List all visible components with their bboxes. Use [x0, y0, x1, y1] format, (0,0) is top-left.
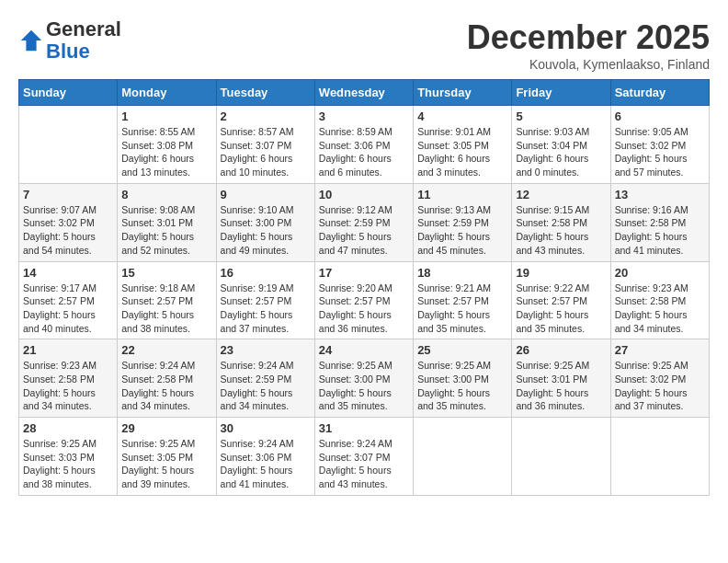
- day-number: 14: [23, 266, 113, 280]
- weekday-header-thursday: Thursday: [414, 80, 512, 106]
- day-info: Sunrise: 9:16 AM Sunset: 2:58 PM Dayligh…: [615, 203, 705, 258]
- day-info: Sunrise: 9:19 AM Sunset: 2:57 PM Dayligh…: [221, 282, 311, 336]
- calendar-week-3: 14Sunrise: 9:17 AM Sunset: 2:57 PM Dayli…: [19, 261, 710, 339]
- calendar-cell: 4Sunrise: 9:01 AM Sunset: 3:05 PM Daylig…: [414, 106, 512, 184]
- page-header: General Blue December 2025 Kouvola, Kyme…: [18, 18, 710, 72]
- day-number: 10: [319, 188, 409, 201]
- day-info: Sunrise: 9:20 AM Sunset: 2:57 PM Dayligh…: [319, 282, 409, 336]
- day-info: Sunrise: 8:59 AM Sunset: 3:06 PM Dayligh…: [319, 125, 409, 179]
- calendar-cell: 15Sunrise: 9:18 AM Sunset: 2:57 PM Dayli…: [118, 261, 216, 339]
- calendar-cell: 18Sunrise: 9:21 AM Sunset: 2:57 PM Dayli…: [414, 261, 512, 339]
- day-number: 9: [221, 188, 311, 201]
- calendar-cell: 28Sunrise: 9:25 AM Sunset: 3:03 PM Dayli…: [19, 418, 118, 496]
- calendar-cell: 29Sunrise: 9:25 AM Sunset: 3:05 PM Dayli…: [118, 418, 216, 496]
- day-number: 24: [319, 343, 409, 357]
- calendar-cell: 7Sunrise: 9:07 AM Sunset: 3:02 PM Daylig…: [19, 183, 118, 261]
- day-number: 7: [23, 188, 113, 201]
- day-info: Sunrise: 9:13 AM Sunset: 2:59 PM Dayligh…: [417, 203, 507, 258]
- calendar-cell: 20Sunrise: 9:23 AM Sunset: 2:58 PM Dayli…: [610, 261, 709, 339]
- day-number: 18: [417, 266, 507, 280]
- calendar-cell: [512, 418, 610, 496]
- day-number: 21: [23, 343, 113, 357]
- day-number: 16: [221, 266, 311, 280]
- calendar-week-4: 21Sunrise: 9:23 AM Sunset: 2:58 PM Dayli…: [19, 339, 710, 418]
- calendar-cell: [414, 418, 512, 496]
- calendar-cell: 31Sunrise: 9:24 AM Sunset: 3:07 PM Dayli…: [314, 418, 413, 496]
- day-info: Sunrise: 9:15 AM Sunset: 2:58 PM Dayligh…: [516, 203, 606, 258]
- day-info: Sunrise: 9:18 AM Sunset: 2:57 PM Dayligh…: [121, 282, 211, 336]
- day-number: 30: [221, 421, 311, 435]
- day-info: Sunrise: 8:55 AM Sunset: 3:08 PM Dayligh…: [121, 125, 211, 179]
- day-number: 3: [319, 109, 409, 123]
- calendar-week-1: 1Sunrise: 8:55 AM Sunset: 3:08 PM Daylig…: [19, 106, 710, 184]
- day-number: 5: [516, 109, 606, 123]
- day-number: 31: [319, 421, 409, 435]
- day-number: 6: [615, 109, 705, 123]
- calendar-cell: 16Sunrise: 9:19 AM Sunset: 2:57 PM Dayli…: [216, 261, 314, 339]
- calendar-cell: 2Sunrise: 8:57 AM Sunset: 3:07 PM Daylig…: [216, 106, 314, 184]
- day-number: 27: [615, 343, 705, 357]
- day-info: Sunrise: 9:21 AM Sunset: 2:57 PM Dayligh…: [417, 282, 507, 336]
- day-info: Sunrise: 9:24 AM Sunset: 3:06 PM Dayligh…: [221, 437, 311, 491]
- day-number: 26: [516, 343, 606, 357]
- calendar-cell: 25Sunrise: 9:25 AM Sunset: 3:00 PM Dayli…: [414, 339, 512, 418]
- day-info: Sunrise: 9:23 AM Sunset: 2:58 PM Dayligh…: [615, 282, 705, 336]
- calendar-cell: 19Sunrise: 9:22 AM Sunset: 2:57 PM Dayli…: [512, 261, 610, 339]
- day-number: 23: [221, 343, 311, 357]
- day-info: Sunrise: 9:03 AM Sunset: 3:04 PM Dayligh…: [516, 125, 606, 179]
- day-info: Sunrise: 9:24 AM Sunset: 2:58 PM Dayligh…: [121, 359, 211, 413]
- day-number: 28: [23, 421, 113, 435]
- calendar-week-5: 28Sunrise: 9:25 AM Sunset: 3:03 PM Dayli…: [19, 418, 710, 496]
- calendar-cell: 30Sunrise: 9:24 AM Sunset: 3:06 PM Dayli…: [216, 418, 314, 496]
- day-number: 8: [121, 188, 211, 201]
- day-info: Sunrise: 9:25 AM Sunset: 3:00 PM Dayligh…: [417, 359, 507, 413]
- day-number: 1: [121, 109, 211, 123]
- calendar-cell: 21Sunrise: 9:23 AM Sunset: 2:58 PM Dayli…: [19, 339, 118, 418]
- month-title: December 2025: [467, 18, 710, 57]
- weekday-header-wednesday: Wednesday: [314, 80, 413, 106]
- calendar-cell: 5Sunrise: 9:03 AM Sunset: 3:04 PM Daylig…: [512, 106, 610, 184]
- day-number: 20: [615, 266, 705, 280]
- day-number: 12: [516, 188, 606, 201]
- calendar-cell: 14Sunrise: 9:17 AM Sunset: 2:57 PM Dayli…: [19, 261, 118, 339]
- day-number: 13: [615, 188, 705, 201]
- day-info: Sunrise: 9:24 AM Sunset: 2:59 PM Dayligh…: [221, 359, 311, 413]
- day-info: Sunrise: 9:10 AM Sunset: 3:00 PM Dayligh…: [221, 203, 311, 258]
- weekday-header-tuesday: Tuesday: [216, 80, 314, 106]
- logo-blue-text: Blue: [46, 40, 121, 63]
- calendar-cell: 17Sunrise: 9:20 AM Sunset: 2:57 PM Dayli…: [314, 261, 413, 339]
- calendar-cell: 8Sunrise: 9:08 AM Sunset: 3:01 PM Daylig…: [118, 183, 216, 261]
- day-info: Sunrise: 9:25 AM Sunset: 3:05 PM Dayligh…: [121, 437, 211, 491]
- day-number: 29: [121, 421, 211, 435]
- day-number: 15: [121, 266, 211, 280]
- weekday-header-friday: Friday: [512, 80, 610, 106]
- day-info: Sunrise: 9:01 AM Sunset: 3:05 PM Dayligh…: [417, 125, 507, 179]
- calendar-body: 1Sunrise: 8:55 AM Sunset: 3:08 PM Daylig…: [19, 106, 710, 496]
- logo: General Blue: [18, 18, 121, 63]
- calendar-cell: [610, 418, 709, 496]
- location-subtitle: Kouvola, Kymenlaakso, Finland: [467, 57, 710, 72]
- calendar-cell: 9Sunrise: 9:10 AM Sunset: 3:00 PM Daylig…: [216, 183, 314, 261]
- calendar-week-2: 7Sunrise: 9:07 AM Sunset: 3:02 PM Daylig…: [19, 183, 710, 261]
- calendar-cell: 13Sunrise: 9:16 AM Sunset: 2:58 PM Dayli…: [610, 183, 709, 261]
- calendar-cell: 24Sunrise: 9:25 AM Sunset: 3:00 PM Dayli…: [314, 339, 413, 418]
- title-block: December 2025 Kouvola, Kymenlaakso, Finl…: [467, 18, 710, 72]
- day-info: Sunrise: 9:17 AM Sunset: 2:57 PM Dayligh…: [23, 282, 113, 336]
- weekday-header-sunday: Sunday: [19, 80, 118, 106]
- calendar-cell: [19, 106, 118, 184]
- day-number: 17: [319, 266, 409, 280]
- day-info: Sunrise: 8:57 AM Sunset: 3:07 PM Dayligh…: [221, 125, 311, 179]
- logo-general: General: [46, 18, 121, 40]
- calendar-cell: 11Sunrise: 9:13 AM Sunset: 2:59 PM Dayli…: [414, 183, 512, 261]
- day-number: 11: [417, 188, 507, 201]
- day-number: 4: [417, 109, 507, 123]
- day-info: Sunrise: 9:25 AM Sunset: 3:03 PM Dayligh…: [23, 437, 113, 491]
- day-info: Sunrise: 9:25 AM Sunset: 3:01 PM Dayligh…: [516, 359, 606, 413]
- calendar-cell: 12Sunrise: 9:15 AM Sunset: 2:58 PM Dayli…: [512, 183, 610, 261]
- weekday-header-row: SundayMondayTuesdayWednesdayThursdayFrid…: [19, 80, 710, 106]
- weekday-header-saturday: Saturday: [610, 80, 709, 106]
- day-number: 19: [516, 266, 606, 280]
- calendar-cell: 6Sunrise: 9:05 AM Sunset: 3:02 PM Daylig…: [610, 106, 709, 184]
- calendar-cell: 27Sunrise: 9:25 AM Sunset: 3:02 PM Dayli…: [610, 339, 709, 418]
- calendar-table: SundayMondayTuesdayWednesdayThursdayFrid…: [18, 79, 710, 496]
